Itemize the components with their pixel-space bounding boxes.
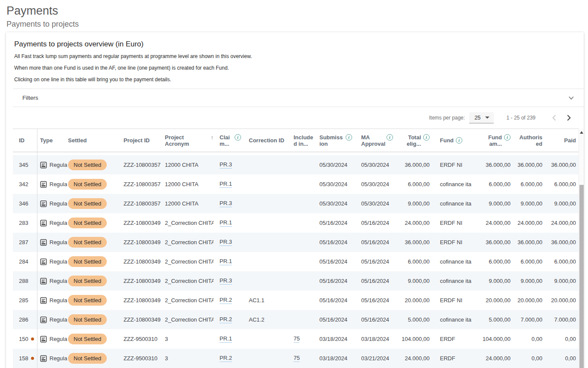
items-per-page-label: Items per page: bbox=[429, 115, 465, 121]
column-header-fund_am[interactable]: Fund am...i bbox=[479, 129, 514, 152]
claim-link[interactable]: PR.3 bbox=[220, 200, 232, 207]
previous-page-button[interactable] bbox=[547, 110, 561, 125]
claim-link[interactable]: PR.2 bbox=[220, 297, 232, 304]
cell-correction_id: AC1.2 bbox=[242, 316, 285, 323]
column-label: Settled bbox=[68, 137, 87, 144]
table-row[interactable]: 345RegularNot SettledZZZ-1080035712000 C… bbox=[13, 155, 579, 175]
cell-fund_am: 6.000,00 bbox=[479, 181, 514, 187]
type-label: Regular bbox=[50, 181, 67, 187]
cell-settled: Not Settled bbox=[67, 256, 120, 267]
column-header-included_in[interactable]: Included in... bbox=[285, 129, 312, 152]
cell-settled: Not Settled bbox=[67, 198, 120, 209]
cell-ma_approval: 05/16/2024 bbox=[353, 258, 399, 265]
scrollbar-thumb[interactable] bbox=[579, 185, 584, 368]
cell-settled: Not Settled bbox=[67, 159, 120, 170]
claim-link[interactable]: PR.3 bbox=[220, 239, 232, 246]
payment-id: 342 bbox=[19, 181, 28, 187]
type-label: Regular bbox=[50, 355, 67, 362]
column-label: Type bbox=[40, 137, 53, 144]
info-icon[interactable]: i bbox=[504, 134, 511, 141]
settled-status-badge: Not Settled bbox=[68, 179, 107, 190]
info-icon[interactable]: i bbox=[235, 134, 241, 141]
next-page-button[interactable] bbox=[561, 110, 576, 125]
cell-id: 283 bbox=[13, 220, 37, 226]
column-header-project_id[interactable]: Project ID bbox=[120, 129, 161, 152]
page-title: Payments bbox=[6, 4, 588, 17]
column-header-submission[interactable]: Submissioni bbox=[312, 129, 353, 152]
settled-status-badge: Not Settled bbox=[68, 334, 107, 344]
claim-link[interactable]: PR.2 bbox=[220, 355, 232, 362]
page-subtitle: Payments to projects bbox=[6, 20, 588, 29]
included-in-link[interactable]: 75 bbox=[294, 355, 300, 362]
cell-type: Regular bbox=[37, 336, 67, 343]
cell-id: 285 bbox=[13, 297, 37, 304]
filters-expansion-panel[interactable]: Filters bbox=[13, 89, 584, 107]
cell-type: Regular bbox=[37, 239, 67, 246]
cell-authorised: 20.000,00 bbox=[514, 297, 548, 304]
info-icon[interactable]: i bbox=[423, 134, 430, 141]
table-row[interactable]: 288RegularNot SettledZZZ-108003492_Corre… bbox=[13, 271, 579, 291]
page-size-select[interactable]: 25 bbox=[469, 112, 493, 123]
cell-claim: PR.1 bbox=[214, 258, 242, 265]
chevron-right-icon bbox=[566, 114, 571, 121]
table-row[interactable]: 285RegularNot SettledZZZ-108003492_Corre… bbox=[13, 291, 579, 310]
claim-link[interactable]: PR.1 bbox=[220, 335, 232, 343]
info-icon[interactable]: i bbox=[346, 134, 352, 141]
claim-link[interactable]: PR.1 bbox=[220, 219, 232, 227]
table-row[interactable]: 158RegularNot SettledZZZ-95003103PR.2750… bbox=[13, 349, 579, 368]
cell-fund: ERDF bbox=[431, 336, 479, 342]
column-label: Paid bbox=[564, 137, 576, 144]
column-header-settled[interactable]: Settled bbox=[67, 129, 120, 152]
column-header-fund[interactable]: Fundi bbox=[431, 129, 479, 152]
cell-type: Regular bbox=[37, 355, 67, 362]
cell-claim: PR.3 bbox=[214, 200, 242, 207]
cell-paid: 24.000,00 bbox=[548, 220, 579, 226]
included-in-link[interactable]: 75 bbox=[294, 335, 300, 343]
cell-id: 150 bbox=[13, 336, 37, 342]
column-header-ma_approval[interactable]: MA Approvali bbox=[353, 129, 399, 152]
column-header-claim[interactable]: Claim...i bbox=[214, 129, 242, 152]
cell-project_acronym: 2_Correction CHITA bbox=[161, 239, 214, 245]
cell-ma_approval: 05/30/2024 bbox=[353, 162, 399, 168]
scroll-up-icon[interactable] bbox=[580, 131, 583, 134]
claim-link[interactable]: PR.3 bbox=[220, 277, 232, 285]
payment-id: 283 bbox=[19, 220, 28, 226]
column-header-authorised[interactable]: Authorised bbox=[514, 129, 548, 152]
table-row[interactable]: 150RegularNot SettledZZZ-95003103PR.1750… bbox=[13, 329, 579, 349]
cell-total_elig: 36.000,00 bbox=[399, 239, 431, 245]
claim-link[interactable]: PR.1 bbox=[220, 258, 232, 265]
info-icon[interactable]: i bbox=[387, 134, 393, 141]
column-header-correction_id[interactable]: Correction ID bbox=[242, 129, 285, 152]
claim-link[interactable]: PR.3 bbox=[220, 161, 232, 169]
column-header-paid[interactable]: Paid bbox=[548, 129, 579, 152]
payment-id: 346 bbox=[19, 200, 28, 207]
column-header-id[interactable]: ID bbox=[13, 129, 37, 152]
column-label: Correction ID bbox=[249, 137, 284, 144]
vertical-scrollbar[interactable] bbox=[579, 129, 584, 368]
cell-paid: 7.000,00 bbox=[548, 316, 579, 323]
column-label: MA Approval bbox=[361, 134, 384, 147]
table-row[interactable]: 284RegularNot SettledZZZ-108003492_Corre… bbox=[13, 252, 579, 271]
table-row[interactable]: 287RegularNot SettledZZZ-108003492_Corre… bbox=[13, 233, 579, 252]
chevron-left-icon bbox=[552, 114, 557, 121]
cell-authorised: 36.000,00 bbox=[514, 239, 548, 245]
cell-total_elig: 6.000,00 bbox=[399, 181, 431, 187]
cell-project_id: ZZZ-10800357 bbox=[120, 200, 161, 207]
cell-total_elig: 24.000,00 bbox=[399, 355, 431, 362]
column-header-type[interactable]: Type bbox=[37, 129, 67, 152]
claim-link[interactable]: PR.2 bbox=[220, 316, 232, 323]
table-row[interactable]: 342RegularNot SettledZZZ-1080035712000 C… bbox=[13, 175, 579, 194]
column-header-total_elig[interactable]: Total elig...i bbox=[399, 129, 431, 152]
cell-authorised: 0,00 bbox=[514, 355, 548, 362]
type-label: Regular bbox=[50, 162, 67, 168]
cell-fund_am: 5.000,00 bbox=[479, 316, 514, 323]
table-row[interactable]: 346RegularNot SettledZZZ-1080035712000 C… bbox=[13, 194, 579, 213]
table-row[interactable]: 286RegularNot SettledZZZ-108003492_Corre… bbox=[13, 310, 579, 329]
column-header-project_acronym[interactable]: Project Acronym↑ bbox=[161, 129, 214, 152]
claim-link[interactable]: PR.1 bbox=[220, 181, 232, 188]
regular-payment-icon bbox=[40, 220, 47, 227]
cell-project_acronym: 12000 CHITA bbox=[161, 181, 214, 187]
table-row[interactable]: 283RegularNot SettledZZZ-108003492_Corre… bbox=[13, 213, 579, 233]
cell-settled: Not Settled bbox=[67, 334, 120, 344]
info-icon[interactable]: i bbox=[456, 137, 462, 144]
